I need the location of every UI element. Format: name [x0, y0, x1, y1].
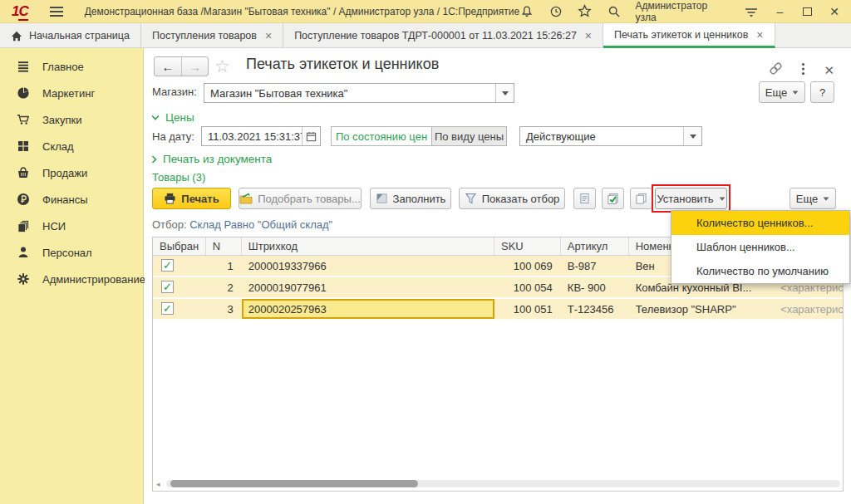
document-tool-button[interactable] [573, 188, 596, 209]
print-button[interactable]: Печать [152, 188, 231, 209]
favorites-star-icon[interactable] [578, 4, 593, 19]
sidebar-item-label: НСИ [42, 220, 66, 232]
col-header-n[interactable]: N [206, 237, 242, 255]
store-input[interactable]: Магазин "Бытовая техника" [204, 83, 514, 103]
menu-lines-icon [17, 60, 30, 73]
store-dropdown-icon[interactable] [495, 84, 514, 102]
tab-close-icon[interactable]: × [585, 29, 592, 42]
cell-article[interactable]: В-987 [561, 256, 629, 276]
pick-goods-button[interactable]: Подобрать товары... [239, 188, 362, 209]
scroll-left-arrow-icon[interactable]: ◂ [156, 480, 160, 488]
close-window-button[interactable]: ✕ [828, 6, 841, 17]
tab-home[interactable]: Начальная страница [0, 23, 141, 48]
row-checkbox[interactable]: ✓ [161, 302, 174, 315]
col-header-checked[interactable]: Выбран [153, 237, 206, 255]
window-title: Демонстрационная база /Магазин "Бытовая … [85, 6, 520, 17]
cell-barcode-selected[interactable]: 2000020257963 [242, 299, 494, 319]
section-print-from-doc[interactable]: Печать из документа [151, 153, 272, 165]
fill-button[interactable]: Заполнить [370, 188, 451, 209]
forward-button[interactable]: → [181, 57, 208, 76]
tab-label: Поступление товаров ТДРТ-000001 от 11.03… [294, 30, 577, 42]
sidebar-item-label: Персонал [42, 247, 92, 259]
price-kind-dropdown-icon[interactable] [683, 127, 701, 145]
cell-barcode[interactable]: 2000019077961 [242, 277, 494, 297]
table-row[interactable]: ✓ 3 2000020257963 100 051 Т-123456 Телев… [153, 299, 843, 321]
cell-n[interactable]: 2 [206, 277, 242, 297]
row-checkbox[interactable]: ✓ [161, 259, 174, 272]
tab-goods-receipt-document[interactable]: Поступление товаров ТДРТ-000001 от 11.03… [283, 23, 603, 48]
show-filter-button[interactable]: Показать отбор [459, 188, 565, 209]
check-all-button[interactable] [602, 188, 624, 209]
set-button[interactable]: Установить [655, 188, 727, 209]
get-link-icon[interactable] [769, 61, 783, 79]
cell-n[interactable]: 3 [206, 299, 242, 319]
menu-item-default-quantity[interactable]: Количество по умолчанию [671, 259, 849, 283]
toolbar-more-button[interactable]: Еще [790, 188, 836, 209]
store-label: Магазин: [152, 86, 197, 98]
tab-close-icon[interactable]: × [756, 28, 763, 42]
row-checkbox[interactable]: ✓ [161, 281, 174, 293]
tab-goods-receipts[interactable]: Поступления товаров × [141, 23, 283, 48]
minimize-button[interactable]: – [773, 6, 786, 17]
maximize-button[interactable] [800, 6, 814, 17]
main-menu-icon[interactable] [50, 4, 63, 19]
menu-item-price-tag-template[interactable]: Шаблон ценников... [671, 235, 849, 259]
calendar-icon[interactable] [302, 127, 320, 145]
document-icon [579, 193, 590, 204]
sidebar-item-purchases[interactable]: Закупки [0, 106, 143, 133]
scrollbar-thumb[interactable] [170, 480, 418, 487]
filter-row[interactable]: Отбор: Склад Равно "Общий склад" [152, 218, 332, 231]
section-panel: Главное Маркетинг Закупки Склад Продажи [0, 48, 144, 504]
sidebar-item-finance[interactable]: Финансы [0, 186, 143, 213]
sidebar-item-administration[interactable]: Администрирование [0, 266, 143, 292]
cell-name[interactable]: Телевизор "SHARP" [629, 299, 775, 319]
horizontal-scrollbar[interactable] [166, 480, 840, 487]
menu-item-price-tag-quantity[interactable]: Количество ценников... [671, 211, 849, 235]
cart-icon [17, 113, 30, 126]
history-icon[interactable] [548, 4, 563, 19]
cell-sku[interactable]: 100 051 [494, 299, 561, 319]
section-prices[interactable]: Цены [151, 111, 194, 124]
toggle-by-price-state[interactable]: По состоянию цен [331, 126, 432, 146]
back-button[interactable]: ← [155, 57, 181, 76]
price-kind-select[interactable]: Действующие [519, 126, 702, 146]
sidebar-item-main[interactable]: Главное [0, 53, 143, 80]
cell-sku[interactable]: 100 054 [494, 277, 561, 297]
sidebar-item-label: Финансы [42, 193, 88, 206]
tab-print-labels[interactable]: Печать этикеток и ценников × [603, 23, 775, 48]
copy-button[interactable] [630, 188, 652, 209]
person-icon [17, 246, 30, 259]
col-header-article[interactable]: Артикул [561, 237, 629, 255]
gear-icon [17, 272, 30, 286]
sidebar-item-label: Продажи [42, 167, 87, 179]
search-icon[interactable] [607, 4, 622, 19]
date-input[interactable]: 11.03.2021 15:31:37 [201, 126, 321, 146]
cell-sku[interactable]: 100 069 [494, 256, 561, 276]
favorite-star-icon[interactable]: ☆ [214, 56, 230, 76]
close-form-icon[interactable]: ✕ [824, 63, 834, 78]
fill-icon [376, 193, 388, 204]
sidebar-item-nsi[interactable]: НСИ [0, 213, 143, 239]
sidebar-item-personnel[interactable]: Персонал [0, 239, 143, 266]
sidebar-item-marketing[interactable]: Маркетинг [0, 80, 143, 106]
more-dots-icon[interactable] [801, 62, 805, 79]
sidebar-item-warehouse[interactable]: Склад [0, 133, 143, 159]
cell-n[interactable]: 1 [206, 256, 242, 276]
col-header-barcode[interactable]: Штрихкод [242, 237, 494, 255]
sidebar-item-sales[interactable]: Продажи [0, 159, 143, 186]
home-icon [11, 31, 22, 42]
tab-close-icon[interactable]: × [265, 29, 272, 42]
pick-goods-label: Подобрать товары... [258, 193, 361, 205]
cell-barcode[interactable]: 2000019337966 [242, 256, 494, 276]
tab-label: Поступления товаров [152, 30, 257, 42]
cell-characteristic[interactable]: <характерист [774, 299, 843, 319]
service-menu-icon[interactable] [744, 4, 759, 19]
col-header-sku[interactable]: SKU [494, 237, 561, 255]
toggle-by-price-kind[interactable]: По виду цены [432, 126, 507, 146]
cell-article[interactable]: Т-123456 [561, 299, 629, 319]
form-more-button[interactable]: Еще [759, 81, 805, 103]
current-user[interactable]: Администратор узла [636, 0, 730, 23]
notifications-bell-icon[interactable] [519, 4, 534, 19]
help-button[interactable]: ? [810, 81, 834, 103]
cell-article[interactable]: КВ- 900 [561, 277, 629, 297]
